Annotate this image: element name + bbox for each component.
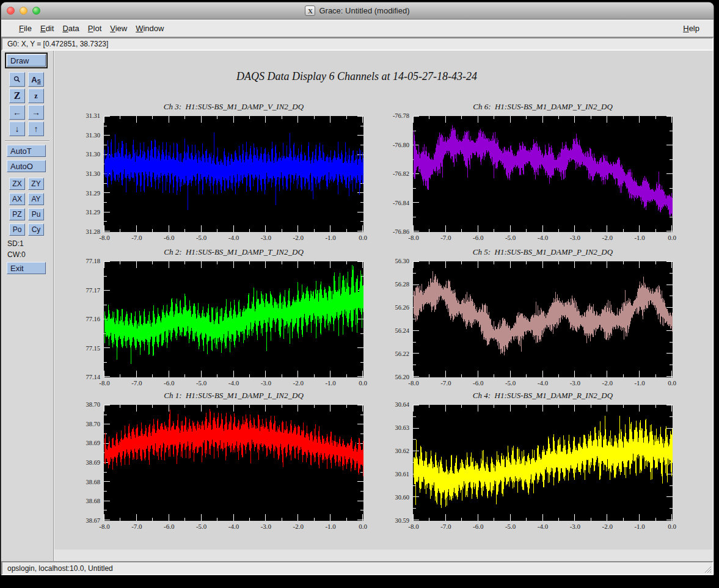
minimize-button[interactable] (20, 7, 27, 15)
autoscale-offsets-button[interactable]: AutoO (7, 160, 46, 172)
x-tick-label: -2.0 (594, 523, 621, 530)
x-tick-label: -8.0 (91, 234, 118, 241)
menu-plot[interactable]: Plot (84, 21, 106, 35)
y-tick-label: 56.30 (376, 258, 409, 264)
x-tick-label: -4.0 (530, 234, 557, 241)
toolbar: Draw AS Z z ← → (1, 51, 54, 561)
autoscale-y-button[interactable]: AY (28, 193, 44, 205)
plot-ch5: Ch 5: H1:SUS-BS_M1_DAMP_P_IN2_DQ56.3056.… (413, 261, 673, 377)
statusbar: opslogin, localhost:10.0, Untitled (1, 561, 714, 575)
x-tick-label: -3.0 (252, 379, 279, 387)
titlebar[interactable]: X Grace: Untitled (modified) (1, 2, 714, 20)
x-tick-label: -6.0 (156, 523, 183, 530)
main-plot-title: DAQS Data Display 6 Channels at 14-05-27… (54, 70, 659, 83)
menu-view[interactable]: View (106, 21, 131, 35)
zoom-pop-button[interactable]: Pu (28, 208, 44, 220)
x-tick-label: -7.0 (123, 234, 150, 241)
menu-edit[interactable]: Edit (36, 21, 58, 35)
x-tick-label: -1.0 (317, 234, 344, 241)
menu-help[interactable]: Help (679, 21, 704, 35)
scroll-left-button[interactable]: ← (9, 105, 25, 120)
plot-title-ch5: Ch 5: H1:SUS-BS_M1_DAMP_P_IN2_DQ (401, 247, 685, 257)
x-tick-label: -1.0 (626, 379, 653, 387)
x-tick-label: -5.0 (188, 523, 215, 530)
scroll-down-button[interactable]: ↓ (9, 122, 25, 136)
x-tick-label: 0.0 (659, 379, 685, 387)
y-tick-label: 30.61 (376, 471, 409, 477)
x-tick-label: -5.0 (497, 379, 524, 387)
plot-canvas-ch6[interactable] (413, 116, 673, 232)
x-tick-label: -8.0 (400, 234, 427, 241)
menu-data[interactable]: Data (58, 21, 83, 35)
x-tick-label: -3.0 (561, 523, 588, 530)
x-tick-label: -1.0 (626, 234, 653, 241)
cycle-world-label: CW:0 (7, 250, 53, 259)
scroll-right-button[interactable]: → (28, 105, 44, 120)
zoom-window-button[interactable] (32, 7, 40, 15)
plot-ch6: Ch 6: H1:SUS-BS_M1_DAMP_Y_IN2_DQ-76.78-7… (413, 116, 673, 232)
menu-window[interactable]: Window (131, 21, 168, 35)
y-tick-label: 31.29 (67, 190, 100, 197)
page-zoom-out-button[interactable]: z (28, 89, 44, 103)
zoom-select-button[interactable] (9, 72, 25, 87)
x-tick-label: -4.0 (530, 523, 557, 530)
plot-canvas-ch2[interactable] (104, 261, 363, 377)
grace-window: X Grace: Untitled (modified) File Edit D… (1, 2, 714, 574)
as-a-glyph: A (31, 75, 37, 84)
exit-button[interactable]: Exit (7, 262, 46, 274)
canvas-area: DAQS Data Display 6 Channels at 14-05-27… (54, 51, 714, 561)
plot-canvas-ch5[interactable] (413, 261, 673, 377)
y-tick-label: 38.69 (67, 459, 100, 466)
stack-depth-label: SD:1 (7, 239, 53, 248)
y-tick-label: 31.30 (67, 151, 100, 158)
y-tick-label: 77.18 (67, 258, 100, 264)
scroll-up-button[interactable]: ↑ (28, 122, 44, 136)
y-tick-label: 31.31 (67, 112, 100, 119)
close-button[interactable] (7, 7, 15, 15)
plot-title-ch2: Ch 2: H1:SUS-BS_M1_DAMP_T_IN2_DQ (92, 247, 376, 257)
x-tick-label: 0.0 (659, 234, 685, 241)
x-tick-label: -4.0 (221, 379, 247, 387)
text-size-button[interactable]: AS (28, 72, 44, 87)
grace-canvas[interactable]: DAQS Data Display 6 Channels at 14-05-27… (54, 51, 712, 550)
x-tick-label: -5.0 (497, 523, 524, 530)
page-zoom-in-button[interactable]: Z (9, 89, 25, 103)
y-tick-label: 31.29 (67, 209, 100, 216)
x-tick-label: -1.0 (317, 523, 344, 530)
plot-ch4: Ch 4: H1:SUS-BS_M1_DAMP_R_IN2_DQ30.6430.… (413, 405, 673, 521)
x-tick-label: -6.0 (465, 379, 492, 387)
x-tick-label: -5.0 (497, 234, 524, 241)
plot-canvas-ch1[interactable] (104, 405, 363, 521)
y-tick-label: 56.26 (376, 304, 409, 311)
pop-zoom-button[interactable]: Po (9, 223, 25, 236)
plot-canvas-ch4[interactable] (413, 405, 673, 521)
x-tick-label: -4.0 (530, 379, 557, 387)
y-tick-label: 77.17 (67, 287, 100, 294)
zoom-x-button[interactable]: ZX (9, 178, 25, 190)
push-zoom-button[interactable]: PZ (9, 208, 25, 220)
zoom-y-button[interactable]: ZY (28, 178, 44, 190)
y-tick-label: 38.70 (67, 401, 100, 408)
plot-canvas-ch3[interactable] (104, 116, 363, 232)
x-tick-label: 0.0 (349, 379, 376, 387)
y-tick-label: 56.28 (376, 281, 409, 288)
x-tick-label: -2.0 (285, 379, 312, 387)
x-tick-label: 0.0 (349, 523, 376, 530)
cycle-zoom-button[interactable]: Cy (28, 223, 44, 236)
y-tick-label: -76.80 (376, 142, 409, 148)
x-tick-label: -7.0 (123, 379, 150, 387)
autoscale-x-button[interactable]: AX (9, 193, 25, 205)
resize-grip[interactable] (703, 565, 712, 573)
toolbar-separator (5, 140, 49, 142)
y-tick-label: 56.22 (376, 350, 409, 357)
x-tick-label: -3.0 (252, 523, 279, 530)
x11-app-icon: X (305, 5, 315, 16)
autoscale-ticks-button[interactable]: AutoT (7, 145, 46, 157)
menu-file[interactable]: File (15, 21, 36, 35)
locator-bar: G0: X, Y = [0.472851, 38.7323] (1, 37, 714, 51)
y-tick-label: 77.15 (67, 345, 100, 352)
x-tick-label: -1.0 (317, 379, 344, 387)
y-tick-label: 77.16 (67, 316, 100, 322)
draw-button[interactable]: Draw (7, 54, 46, 67)
plot-title-ch3: Ch 3: H1:SUS-BS_M1_DAMP_V_IN2_DQ (92, 102, 376, 112)
